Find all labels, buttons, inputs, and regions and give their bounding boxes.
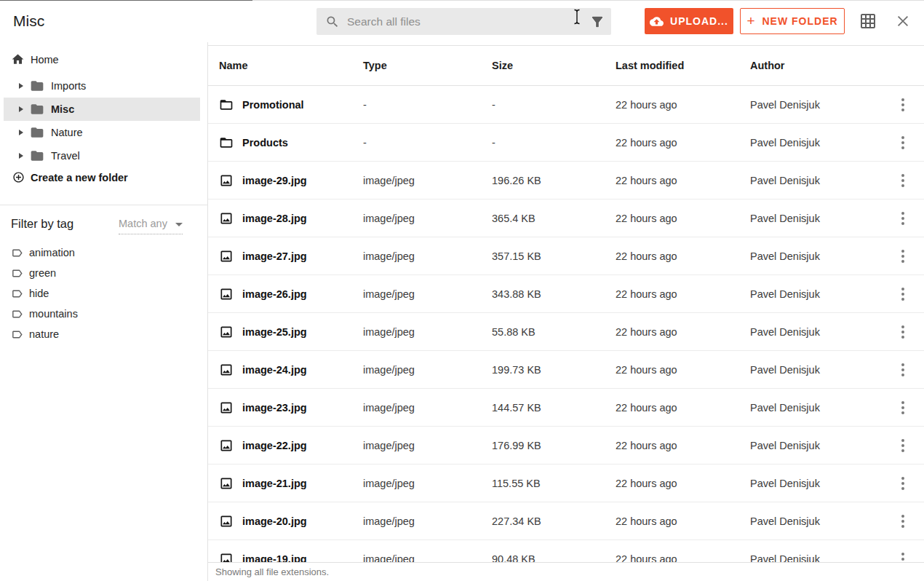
file-author: Pavel Denisjuk [750, 326, 881, 338]
file-author: Pavel Denisjuk [750, 99, 881, 111]
tag-label: hide [29, 288, 49, 299]
filter-funnel-icon[interactable] [589, 14, 605, 30]
row-menu-button[interactable] [899, 360, 907, 379]
table-row[interactable]: image-26.jpg image/jpeg 343.88 KB 22 hou… [208, 275, 924, 313]
file-modified: 22 hours ago [616, 288, 750, 300]
sidebar-item-home[interactable]: Home [11, 52, 59, 66]
file-size: 365.4 KB [492, 213, 616, 224]
file-name: image-25.jpg [242, 326, 307, 338]
tag-filter-item[interactable]: mountains [0, 304, 207, 324]
file-name: image-27.jpg [242, 250, 307, 262]
table-row[interactable]: image-25.jpg image/jpeg 55.88 KB 22 hour… [208, 313, 924, 351]
tag-match-mode-select[interactable]: Match any [119, 218, 183, 234]
grid-view-toggle-button[interactable] [859, 12, 877, 30]
file-size: 115.55 KB [492, 478, 616, 489]
file-size: 90.48 KB [492, 553, 616, 563]
file-modified: 22 hours ago [616, 440, 750, 451]
file-name: image-28.jpg [242, 213, 307, 224]
create-new-folder-button[interactable]: Create a new folder [12, 171, 128, 183]
sidebar-divider [0, 205, 207, 205]
file-author: Pavel Denisjuk [750, 364, 881, 376]
tag-filter-item[interactable]: hide [0, 283, 207, 304]
column-header-author: Author [750, 60, 881, 71]
file-author: Pavel Denisjuk [750, 250, 881, 262]
table-row[interactable]: image-23.jpg image/jpeg 144.57 KB 22 hou… [208, 389, 924, 427]
sidebar: Home Imports Misc Nature Travel Crea [0, 42, 208, 581]
tag-label: mountains [29, 308, 78, 320]
column-header-modified: Last modified [616, 60, 750, 71]
search-input[interactable]: Search all files [316, 8, 611, 35]
image-icon [219, 211, 234, 226]
file-author: Pavel Denisjuk [750, 175, 881, 186]
row-menu-button[interactable] [899, 512, 907, 531]
table-row[interactable]: image-20.jpg image/jpeg 227.34 KB 22 hou… [208, 502, 924, 540]
row-menu-button[interactable] [899, 247, 907, 266]
sidebar-folder-item[interactable]: Nature [4, 121, 200, 144]
table-row[interactable]: image-24.jpg image/jpeg 199.73 KB 22 hou… [208, 351, 924, 389]
table-row[interactable]: image-28.jpg image/jpeg 365.4 KB 22 hour… [208, 199, 924, 237]
sidebar-folder-item[interactable]: Misc [4, 98, 200, 121]
file-type: image/jpeg [363, 364, 492, 376]
filter-by-tag-heading: Filter by tag [11, 217, 73, 231]
upload-button[interactable]: UPLOAD... [645, 8, 733, 34]
sidebar-folder-item[interactable]: Travel [4, 144, 200, 167]
row-menu-button[interactable] [899, 133, 907, 152]
file-size: 343.88 KB [492, 288, 616, 300]
file-modified: 22 hours ago [616, 478, 750, 489]
row-menu-button[interactable] [899, 550, 907, 563]
image-icon [219, 363, 234, 377]
table-row[interactable]: image-22.jpg image/jpeg 176.99 KB 22 hou… [208, 427, 924, 465]
row-menu-button[interactable] [899, 436, 907, 455]
tag-icon [11, 247, 23, 259]
tag-filter-item[interactable]: nature [0, 324, 207, 344]
status-text: Showing all file extensions. [215, 566, 329, 577]
search-placeholder: Search all files [347, 15, 589, 28]
file-modified: 22 hours ago [616, 250, 750, 262]
tag-label: animation [29, 247, 75, 258]
image-icon [219, 514, 234, 529]
text-cursor-pointer [572, 8, 582, 25]
file-type: image/jpeg [363, 402, 492, 414]
table-row[interactable]: image-29.jpg image/jpeg 196.26 KB 22 hou… [208, 162, 924, 199]
table-row[interactable]: Products - - 22 hours ago Pavel Denisjuk [208, 124, 924, 162]
row-menu-button[interactable] [899, 209, 907, 228]
file-type: - [363, 99, 492, 111]
status-bar: Showing all file extensions. [208, 562, 924, 581]
file-modified: 22 hours ago [616, 137, 750, 149]
folder-icon [30, 102, 44, 116]
image-icon [219, 173, 234, 188]
file-size: - [492, 99, 616, 111]
row-menu-button[interactable] [899, 285, 907, 304]
file-name: image-19.jpg [242, 553, 307, 563]
chevron-right-icon [19, 83, 23, 89]
row-menu-button[interactable] [899, 171, 907, 190]
tag-icon [11, 288, 23, 300]
tag-filter-item[interactable]: animation [0, 242, 207, 263]
file-type: image/jpeg [363, 213, 492, 224]
column-header-name: Name [219, 60, 363, 71]
file-modified: 22 hours ago [616, 175, 750, 186]
table-row[interactable]: image-27.jpg image/jpeg 357.15 KB 22 hou… [208, 237, 924, 275]
file-size: 357.15 KB [492, 250, 616, 262]
table-row[interactable]: image-21.jpg image/jpeg 115.55 KB 22 hou… [208, 465, 924, 502]
file-name: Promotional [242, 99, 304, 111]
file-type: image/jpeg [363, 478, 492, 489]
row-menu-button[interactable] [899, 398, 907, 417]
file-type: - [363, 137, 492, 149]
new-folder-button-label: NEW FOLDER [762, 15, 838, 27]
row-menu-button[interactable] [899, 474, 907, 493]
sidebar-folder-item[interactable]: Imports [4, 74, 200, 98]
tag-filter-item[interactable]: green [0, 263, 207, 283]
plus-icon: + [746, 14, 755, 28]
row-menu-button[interactable] [899, 323, 907, 341]
file-author: Pavel Denisjuk [750, 553, 881, 563]
close-icon [895, 13, 911, 29]
table-row[interactable]: image-19.jpg image/jpeg 90.48 KB 22 hour… [208, 540, 924, 562]
row-menu-button[interactable] [899, 95, 907, 114]
table-row[interactable]: Promotional - - 22 hours ago Pavel Denis… [208, 86, 924, 124]
file-modified: 22 hours ago [616, 213, 750, 224]
close-button[interactable] [894, 12, 912, 30]
file-size: 227.34 KB [492, 515, 616, 527]
tag-label: nature [29, 328, 59, 340]
new-folder-button[interactable]: + NEW FOLDER [740, 8, 845, 34]
